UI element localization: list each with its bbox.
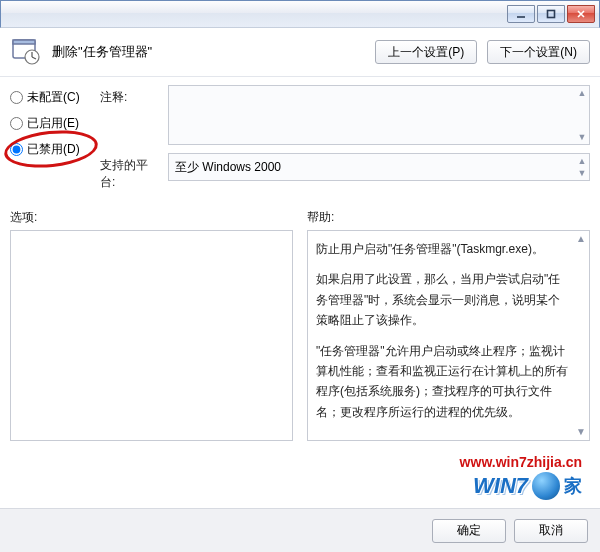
platform-field: 至少 Windows 2000 ▲ ▼: [168, 153, 590, 181]
scroll-up-icon[interactable]: ▲: [575, 233, 587, 245]
radio-enabled[interactable]: 已启用(E): [10, 113, 92, 133]
comment-textarea[interactable]: ▲ ▼: [168, 85, 590, 145]
platform-value: 至少 Windows 2000: [175, 159, 281, 176]
radio-enabled-input[interactable]: [10, 117, 23, 130]
help-para: 如果启用了此设置，那么，当用户尝试启动"任务管理器"时，系统会显示一则消息，说明…: [316, 269, 571, 330]
state-radio-group: 未配置(C) 已启用(E) 已禁用(D): [10, 85, 92, 191]
scrollbar[interactable]: ▲ ▼: [577, 88, 587, 142]
policy-icon: [10, 36, 42, 68]
radio-not-configured-input[interactable]: [10, 91, 23, 104]
help-label: 帮助:: [307, 209, 590, 226]
watermark-suffix: 家: [564, 474, 582, 498]
comment-label: 注释:: [100, 85, 160, 106]
watermark: www.win7zhijia.cn WIN7 家: [460, 454, 582, 500]
watermark-url: www.win7zhijia.cn: [460, 454, 582, 470]
radio-label: 已启用(E): [27, 115, 79, 132]
scroll-down-icon[interactable]: ▼: [575, 426, 587, 438]
options-panel[interactable]: [10, 230, 293, 441]
scroll-up-icon[interactable]: ▲: [577, 88, 587, 98]
radio-label: 已禁用(D): [27, 141, 80, 158]
watermark-brand: WIN7: [473, 473, 528, 499]
window-titlebar: [0, 0, 600, 28]
window-buttons: [507, 5, 599, 23]
watermark-logo: WIN7 家: [460, 472, 582, 500]
close-button[interactable]: [567, 5, 595, 23]
svg-rect-0: [548, 11, 555, 18]
radio-disabled[interactable]: 已禁用(D): [10, 139, 92, 159]
scroll-down-icon[interactable]: ▼: [577, 168, 587, 178]
maximize-button[interactable]: [537, 5, 565, 23]
radio-disabled-input[interactable]: [10, 143, 23, 156]
scroll-down-icon[interactable]: ▼: [577, 132, 587, 142]
radio-not-configured[interactable]: 未配置(C): [10, 87, 92, 107]
scrollbar[interactable]: ▲ ▼: [577, 156, 587, 178]
options-label: 选项:: [10, 209, 293, 226]
scroll-up-icon[interactable]: ▲: [577, 156, 587, 166]
globe-icon: [532, 472, 560, 500]
previous-setting-button[interactable]: 上一个设置(P): [375, 40, 477, 64]
minimize-button[interactable]: [507, 5, 535, 23]
page-title: 删除"任务管理器": [52, 43, 152, 61]
dialog-footer: 确定 取消: [0, 508, 600, 552]
help-para: "任务管理器"允许用户启动或终止程序；监视计算机性能；查看和监视正运行在计算机上…: [316, 341, 571, 423]
next-setting-button[interactable]: 下一个设置(N): [487, 40, 590, 64]
svg-rect-2: [13, 40, 35, 44]
header: 删除"任务管理器" 上一个设置(P) 下一个设置(N): [10, 36, 590, 76]
help-para: 防止用户启动"任务管理器"(Taskmgr.exe)。: [316, 239, 571, 259]
help-panel: 防止用户启动"任务管理器"(Taskmgr.exe)。 如果启用了此设置，那么，…: [307, 230, 590, 441]
divider: [0, 76, 600, 77]
cancel-button[interactable]: 取消: [514, 519, 588, 543]
platform-label: 支持的平台:: [100, 153, 160, 191]
ok-button[interactable]: 确定: [432, 519, 506, 543]
radio-label: 未配置(C): [27, 89, 80, 106]
scrollbar[interactable]: ▲ ▼: [575, 233, 587, 438]
